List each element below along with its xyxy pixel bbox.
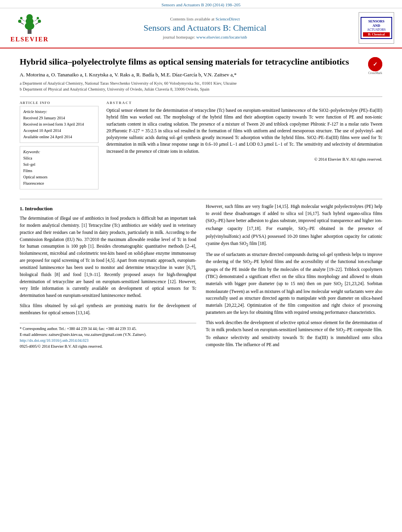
elsevier-tree-icon: [16, 13, 43, 35]
svg-point-7: [38, 20, 41, 23]
authors-line: A. Motorina a, O. Tananaiko a, I. Kozyts…: [20, 72, 382, 78]
affiliations: a Department of Analytical Chemistry, Na…: [20, 80, 382, 93]
keywords-list: SilicaSol–gelFilmsOptical sensorsFluores…: [23, 155, 95, 187]
abstract-heading: ABSTRACT: [106, 101, 382, 105]
sensors-logo-bar: B: Chemical: [363, 32, 390, 37]
sensors-logo-text: SENSORSAND: [363, 19, 390, 28]
crossmark-icon: ✓: [368, 57, 382, 71]
keywords-box: Keywords: SilicaSol–gelFilmsOptical sens…: [20, 146, 99, 189]
intro-section-title: 1. Introduction: [20, 205, 196, 213]
sensors-actuators-logo: SENSORSAND ACTUATORS B: Chemical: [359, 12, 394, 44]
abstract-text: Optical sensor element for the determina…: [106, 107, 382, 155]
divider-top: [20, 96, 382, 97]
abstract-col: ABSTRACT Optical sensor element for the …: [106, 101, 382, 193]
article-info-heading: ARTICLE INFO: [20, 101, 99, 105]
copyright-line: © 2014 Elsevier B.V. All rights reserved…: [106, 157, 382, 161]
journal-center: Contents lists available at ScienceDirec…: [51, 17, 359, 39]
svg-line-9: [34, 19, 38, 21]
intro-para1: The determination of illegal use of anti…: [20, 215, 196, 299]
accepted-date: Accepted 10 April 2014: [23, 128, 95, 134]
article-title: Hybrid silica–polyelectrolyte films as o…: [20, 56, 382, 68]
body-col-right: However, such films are very fragile [14…: [206, 203, 382, 351]
journal-header: ELSEVIER Contents lists available at Sci…: [0, 8, 402, 48]
issn-line: 0925-4005/© 2014 Elsevier B.V. All right…: [20, 343, 196, 349]
top-header: Sensors and Actuators B 200 (2014) 198–2…: [0, 0, 402, 8]
svg-point-10: [20, 17, 22, 19]
available-date: Available online 24 April 2014: [23, 134, 95, 140]
page: Sensors and Actuators B 200 (2014) 198–2…: [0, 0, 402, 532]
right-para3: This work describes the development of s…: [206, 319, 382, 348]
sensors-logo-subtext: ACTUATORS: [363, 28, 390, 32]
footnote-area: * Corresponding author. Tel.: +380 44 23…: [20, 323, 196, 349]
elsevier-brand-text: ELSEVIER: [11, 36, 49, 43]
journal-volume-ref: Sensors and Actuators B 200 (2014) 198–2…: [162, 2, 240, 7]
svg-point-11: [37, 17, 39, 19]
article-area: ✓ CrossMark Hybrid silica–polyelectrolyt…: [0, 48, 402, 360]
body-section: 1. Introduction The determination of ill…: [20, 203, 382, 351]
corresponding-author: * Corresponding author. Tel.: +380 44 23…: [20, 326, 196, 332]
journal-homepage: journal homepage: www.elsevier.com/locat…: [51, 35, 359, 39]
affiliation-a: a Department of Analytical Chemistry, Na…: [20, 80, 382, 87]
keywords-label: Keywords:: [23, 149, 95, 155]
journal-title: Sensors and Actuators B: Chemical: [51, 23, 359, 33]
svg-point-3: [26, 14, 33, 20]
history-label: Article history:: [23, 109, 95, 115]
title-area: ✓ CrossMark Hybrid silica–polyelectrolyt…: [20, 56, 382, 68]
sciencedirect-link[interactable]: ScienceDirect: [216, 17, 240, 21]
intro-para2: Silica films obtained by sol–gel synthes…: [20, 302, 196, 317]
crossmark-label: CrossMark: [368, 71, 382, 75]
right-para1: However, such films are very fragile [14…: [206, 203, 382, 248]
email-addresses: E-mail addresses: zaitsev@univ.kiev.ua, …: [20, 332, 196, 337]
received-date: Received 29 January 2014: [23, 115, 95, 121]
doi-link[interactable]: http://dx.doi.org/10.1016/j.snb.2014.04.…: [20, 337, 196, 343]
divider-body: [20, 199, 382, 199]
sciencedirect-line: Contents lists available at ScienceDirec…: [51, 17, 359, 21]
homepage-url[interactable]: www.elsevier.com/locate/snb: [196, 35, 247, 39]
info-abstract-section: ARTICLE INFO Article history: Received 2…: [20, 101, 382, 193]
crossmark-badge: ✓ CrossMark: [368, 57, 382, 75]
revised-date: Received in revised form 3 April 2014: [23, 121, 95, 128]
svg-line-8: [21, 19, 25, 21]
affiliation-b: b Department of Physical and Analytical …: [20, 86, 382, 93]
right-para2: The use of surfactants as structure dire…: [206, 251, 382, 316]
article-info-col: ARTICLE INFO Article history: Received 2…: [20, 101, 99, 193]
svg-point-6: [18, 20, 21, 23]
body-col-left: 1. Introduction The determination of ill…: [20, 203, 196, 351]
svg-text:✓: ✓: [373, 61, 378, 67]
article-history-box: Article history: Received 29 January 201…: [20, 106, 99, 143]
elsevier-logo: ELSEVIER: [8, 13, 51, 43]
